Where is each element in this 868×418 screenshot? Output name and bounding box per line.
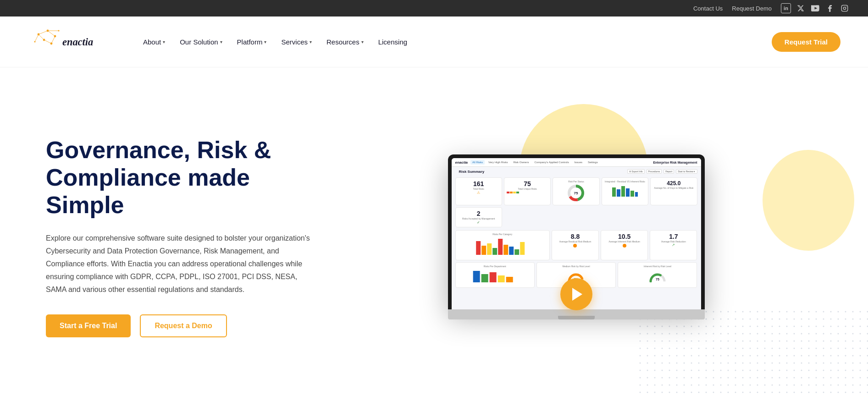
procedures-btn[interactable]: Procedures bbox=[647, 169, 662, 174]
inherent-level-label: Inherent Risk by Risk Level bbox=[620, 265, 694, 268]
kpi-days-mitigate: 425.0 Average No. of Days to Mitigate a … bbox=[650, 177, 697, 205]
kpi-inherent-risk-level: Inherent Risk by Risk Level 75 bbox=[618, 262, 697, 288]
navbar: enactia About ▾ Our Solution ▾ Platform … bbox=[0, 16, 868, 67]
dash-subtitle-bar: Risk Summary ⬆ Export Info Procedures Re… bbox=[452, 167, 701, 176]
svg-line-11 bbox=[48, 31, 55, 36]
request-demo-button[interactable]: Request a Demo bbox=[140, 314, 227, 337]
svg-text:75: 75 bbox=[574, 191, 578, 195]
our-solution-chevron-icon: ▾ bbox=[220, 39, 222, 44]
dash-logo: enactia bbox=[455, 160, 468, 165]
dash-title: Enterprise Risk Management bbox=[653, 161, 697, 164]
kpi-accepted-value: 2 bbox=[458, 210, 499, 217]
svg-rect-34 bbox=[509, 247, 514, 255]
svg-rect-33 bbox=[503, 245, 508, 255]
svg-text:75: 75 bbox=[656, 278, 659, 281]
second-kpi-row: Risks Per Category bbox=[452, 229, 701, 261]
dash-actions: ⬆ Export Info Procedures Report Start to… bbox=[627, 169, 697, 174]
svg-text:enactia: enactia bbox=[62, 36, 93, 48]
svg-rect-29 bbox=[481, 246, 486, 255]
play-triangle-icon bbox=[572, 288, 582, 301]
kpi-integrated-label: Integrated - Residual VS Inherent Risks bbox=[604, 180, 646, 183]
youtube-icon[interactable] bbox=[810, 3, 820, 13]
svg-rect-35 bbox=[514, 249, 519, 255]
dash-tab-issues[interactable]: Issues bbox=[573, 160, 584, 165]
logo-area[interactable]: enactia bbox=[28, 23, 101, 60]
gauge-chart-2: 75 bbox=[648, 269, 667, 282]
dash-tab-controls[interactable]: Company's Applied Controls bbox=[532, 160, 570, 165]
laptop-mockup: enactia All Risks Very High Risks Risk O… bbox=[448, 154, 705, 319]
request-trial-button[interactable]: Request Trial bbox=[772, 32, 840, 52]
svg-point-1 bbox=[843, 7, 846, 9]
hero-right: enactia All Risks Very High Risks Risk O… bbox=[321, 154, 831, 319]
kpi-avg-inherent: 10.5 Average Inherent Risk Medium bbox=[601, 230, 648, 260]
nav-links: About ▾ Our Solution ▾ Platform ▾ Servic… bbox=[138, 34, 763, 50]
play-button[interactable] bbox=[560, 278, 592, 310]
svg-rect-40 bbox=[498, 275, 504, 282]
report-btn[interactable]: Report bbox=[663, 169, 674, 174]
svg-rect-31 bbox=[492, 248, 497, 255]
kpi-days-label: Average No. of Days to Mitigate a Risk bbox=[653, 187, 694, 190]
svg-rect-27 bbox=[635, 192, 638, 197]
about-chevron-icon: ▾ bbox=[163, 39, 165, 44]
dash-tab-all-risks[interactable]: All Risks bbox=[470, 160, 485, 165]
category-chart bbox=[458, 236, 547, 257]
kpi-unique-risks: 75 Total Unique Risks bbox=[504, 177, 551, 205]
laptop-base bbox=[448, 309, 705, 319]
nav-licensing[interactable]: Licensing bbox=[373, 34, 413, 50]
kpi-avg-inherent-label: Average Inherent Risk Medium bbox=[603, 240, 645, 243]
dept-chart bbox=[458, 269, 532, 285]
svg-line-13 bbox=[51, 36, 55, 44]
top-bar: Contact Us Request Demo in bbox=[0, 0, 868, 16]
nav-resources[interactable]: Resources ▾ bbox=[321, 34, 369, 50]
risk-legend bbox=[507, 192, 548, 193]
legend-high bbox=[510, 192, 513, 193]
dash-tab-risk-owners[interactable]: Risk Owners bbox=[511, 160, 531, 165]
risk-dot2-medium bbox=[623, 244, 626, 248]
svg-rect-45 bbox=[639, 310, 868, 397]
svg-rect-32 bbox=[498, 239, 503, 255]
free-trial-button[interactable]: Start a Free Trial bbox=[46, 314, 131, 337]
request-demo-link[interactable]: Request Demo bbox=[732, 5, 772, 12]
kpi-avg-inherent-value: 10.5 bbox=[603, 233, 645, 240]
twitter-icon[interactable] bbox=[796, 3, 806, 13]
kpi-status-label: Risk Per Status bbox=[555, 180, 597, 183]
medium-level-label: Medium Risk by Risk Level bbox=[539, 265, 613, 268]
svg-rect-38 bbox=[481, 274, 488, 282]
svg-line-15 bbox=[35, 34, 39, 42]
dash-tab-settings[interactable]: Settings bbox=[586, 160, 600, 165]
svg-rect-26 bbox=[630, 191, 634, 197]
svg-rect-30 bbox=[487, 243, 492, 255]
start-review-btn[interactable]: Start to Review ▾ bbox=[676, 169, 697, 174]
export-btn[interactable]: ⬆ Export Info bbox=[627, 169, 645, 174]
svg-line-14 bbox=[44, 40, 51, 44]
kpi-risk-category: Risks Per Category bbox=[455, 230, 550, 260]
svg-rect-28 bbox=[476, 241, 481, 255]
svg-rect-23 bbox=[617, 189, 620, 197]
kpi-accepted: 2 Risks Accepted by Management ✓ bbox=[455, 207, 502, 227]
risk-category-label: Risks Per Category bbox=[458, 233, 547, 236]
kpi-integrated-residual: Integrated - Residual VS Inherent Risks bbox=[602, 177, 648, 205]
kpi-total-risks: 161 Total Risks ⚠ bbox=[455, 177, 502, 205]
hero-buttons: Start a Free Trial Request a Demo bbox=[46, 314, 321, 337]
kpi-risk-status: Risk Per Status 75 bbox=[553, 177, 599, 205]
svg-rect-24 bbox=[621, 186, 625, 197]
platform-chevron-icon: ▾ bbox=[264, 39, 266, 44]
nav-services[interactable]: Services ▾ bbox=[276, 34, 317, 50]
integrated-chart bbox=[611, 184, 639, 198]
contact-us-link[interactable]: Contact Us bbox=[693, 5, 723, 12]
facebook-icon[interactable] bbox=[825, 3, 835, 13]
svg-point-2 bbox=[846, 6, 846, 7]
kpi-accepted-label: Risks Accepted by Management bbox=[458, 217, 499, 220]
kpi-by-dept: Risks Per Department bbox=[455, 262, 535, 288]
nav-our-solution[interactable]: Our Solution ▾ bbox=[174, 34, 227, 50]
legend-critical bbox=[507, 192, 509, 193]
nav-platform[interactable]: Platform ▾ bbox=[232, 34, 272, 50]
dash-tab-very-high[interactable]: Very High Risks bbox=[487, 160, 509, 165]
instagram-icon[interactable] bbox=[840, 3, 850, 13]
kpi-unique-label: Total Unique Risks bbox=[507, 187, 548, 191]
social-icons: in bbox=[781, 3, 850, 13]
linkedin-icon[interactable]: in bbox=[781, 3, 791, 13]
dots-pattern bbox=[639, 310, 868, 397]
dash-section-title: Risk Summary bbox=[455, 168, 488, 175]
nav-about[interactable]: About ▾ bbox=[138, 34, 171, 50]
